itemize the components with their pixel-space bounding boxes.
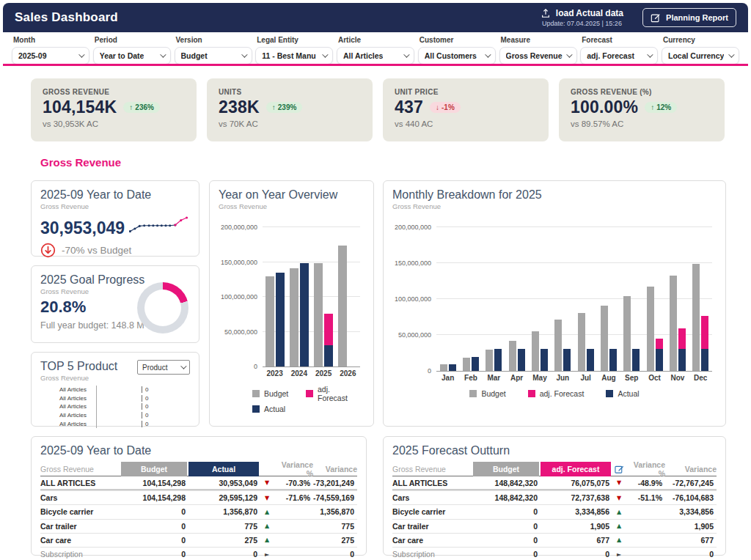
variance-pct-value: -70.3%: [274, 479, 313, 487]
budget-column-header[interactable]: Budget: [121, 462, 187, 476]
row-label: ALL ARTICLES: [392, 479, 473, 487]
filter-selected-value: 11 - Best Manu: [262, 51, 316, 60]
x-axis-label: 2026: [336, 369, 359, 377]
filter-selected-value: Gross Revenue: [506, 51, 563, 60]
planning-report-label: Planning Report: [666, 13, 728, 22]
filter-bar: Month2025-09PeriodYear to DateVersionBud…: [3, 32, 748, 65]
budget-bar: [601, 306, 608, 371]
kpi-label: UNIT PRICE: [395, 88, 537, 96]
x-axis-label: Feb: [460, 374, 482, 382]
filter-dropdown-customer[interactable]: All Customers: [418, 47, 496, 65]
kpi-card-gross-revenue: GROSS REVENUE104,154K↑236%vs 30,953K AC: [31, 78, 197, 141]
filter-label: Month: [13, 36, 89, 44]
row-label: Subscription: [392, 550, 473, 559]
page-title: Sales Dashboard: [15, 10, 118, 25]
budget-bar: [532, 331, 539, 371]
measure-value: 775: [188, 522, 260, 531]
filter-dropdown-currency[interactable]: Local Currency: [662, 47, 739, 65]
measure-value: 1,905: [541, 522, 612, 531]
legend-item-adj-forecast: adj. Forecast: [528, 389, 585, 398]
budget-value: 148,842,320: [473, 493, 541, 502]
update-timestamp: Update: 07.04.2025 | 15:26: [541, 20, 623, 27]
legend-swatch: [469, 390, 477, 397]
table-row-subscription: Subscription00►0: [392, 547, 717, 560]
table-row-car-care: Car care0275▲275: [40, 533, 357, 547]
filter-dropdown-version[interactable]: Budget: [175, 47, 252, 65]
budget-bar: [486, 350, 493, 371]
kpi-trend-badge: ↑236%: [123, 102, 160, 113]
adj-forecast-column-header[interactable]: adj. Forecast: [541, 462, 611, 476]
budget-bar: [440, 364, 447, 371]
x-axis-label: May: [529, 374, 551, 382]
kpi-value-row: 100.00%↑12%: [571, 97, 713, 117]
filter-dropdown-period[interactable]: Year to Date: [93, 47, 171, 65]
measure-value: 3,334,856: [541, 507, 612, 516]
filter-selected-value: adj. Forecast: [587, 51, 634, 60]
legend-item-actual: Actual: [252, 405, 306, 413]
trend-up-icon: ↑: [272, 103, 276, 111]
kpi-label: UNITS: [219, 88, 361, 96]
top5-row-label: All Articles: [59, 421, 87, 427]
legend-swatch: [306, 390, 313, 397]
actual-forecast-stack: [587, 349, 594, 371]
actual-forecast-stack: [472, 357, 479, 371]
filter-dropdown-forecast[interactable]: adj. Forecast: [580, 47, 658, 65]
actual-bar: [678, 349, 686, 371]
legend-swatch: [252, 390, 260, 397]
top5-row-label: All Articles: [59, 395, 87, 402]
kpi-trend-badge: ↑12%: [645, 102, 677, 113]
bar-group-sep: [620, 296, 642, 371]
actual-forecast-stack: [678, 328, 686, 371]
chart-title: Year on Year Overview: [219, 188, 364, 202]
actual-column-header[interactable]: Actual: [188, 462, 259, 476]
variance-value: 775: [313, 522, 357, 531]
load-actual-data-button[interactable]: load Actual data Update: 07.04.2025 | 15…: [541, 8, 623, 27]
variance-column-header: Variance: [665, 465, 717, 474]
card-subtitle: Gross Revenue: [40, 202, 190, 210]
kpi-card-units: UNITS238K↑239%vs 70K AC: [207, 78, 373, 141]
product-dropdown-value: Product: [142, 364, 167, 372]
measure-value: 72,737,638: [541, 493, 612, 502]
up-triangle-icon: ▲: [612, 509, 626, 515]
top5-row: All Articles0: [40, 394, 190, 403]
bar-group-2026: [336, 246, 359, 366]
actual-bar: [563, 349, 571, 371]
actual-forecast-stack: [324, 314, 333, 366]
actual-forecast-stack: [449, 364, 456, 372]
chevron-down-icon: [647, 51, 653, 57]
kpi-label: GROSS REVENUE (%): [571, 88, 713, 96]
filter-version: VersionBudget: [175, 34, 252, 65]
kpi-badge-text: 236%: [135, 103, 154, 111]
row-label: Cars: [40, 493, 121, 502]
table-header-row: Gross RevenueBudgetActualVariance %Varia…: [40, 460, 357, 476]
row-label: Car care: [40, 536, 121, 545]
filter-dropdown-legal-entity[interactable]: 11 - Best Manu: [255, 47, 333, 65]
x-axis-label: Sep: [620, 374, 642, 382]
monthly-chart: 050,000,000100,000,000150,000,000200,000…: [392, 228, 717, 398]
actual-bar: [701, 349, 708, 371]
forecast-bar: [678, 328, 686, 348]
budget-column-header[interactable]: Budget: [473, 462, 539, 476]
filter-dropdown-month[interactable]: 2025-09: [12, 47, 89, 65]
bar-group-mar: [483, 349, 505, 371]
product-dropdown[interactable]: Product: [137, 360, 190, 375]
table-row-all-articles: ALL ARTICLES104,154,29830,953,049▼-70.3%…: [40, 476, 357, 490]
variance-value: 677: [665, 536, 717, 545]
measure-value: 677: [541, 536, 612, 545]
actual-bar: [541, 349, 548, 371]
forecast-table-card: 2025 Forecast Outturn Gross RevenueBudge…: [383, 436, 726, 556]
budget-value: 0: [121, 507, 188, 516]
legend-item-budget: Budget: [469, 389, 505, 398]
filter-dropdown-article[interactable]: All Articles: [337, 47, 414, 65]
planning-report-button[interactable]: Planning Report: [642, 8, 736, 27]
row-label: Car trailer: [392, 522, 473, 531]
bar-group-oct: [644, 287, 666, 371]
measure-column-header: Gross Revenue: [40, 465, 121, 474]
forecast-bar: [324, 314, 333, 345]
budget-value: 0: [121, 536, 188, 545]
measure-value: 29,595,129: [188, 493, 260, 502]
edit-forecast-icon[interactable]: [612, 465, 626, 474]
filter-dropdown-measure[interactable]: Gross Revenue: [499, 47, 577, 65]
goal-donut-chart: [137, 282, 188, 334]
filter-label: Article: [338, 36, 414, 44]
